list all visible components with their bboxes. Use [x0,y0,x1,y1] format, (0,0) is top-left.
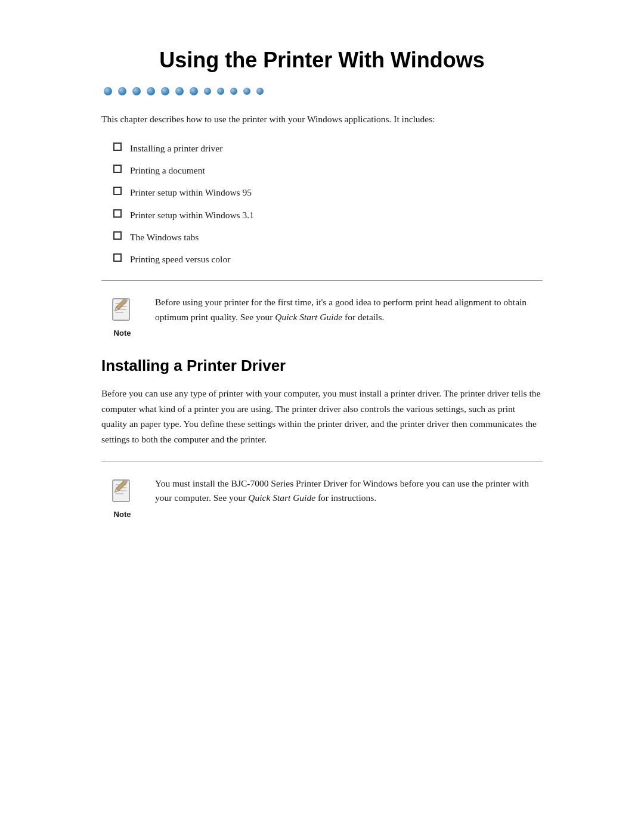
list-item: Printing a document [113,163,543,177]
checkbox-icon [113,253,122,262]
checklist-item-label: Printing speed versus color [130,252,230,266]
note-pencil-icon-1 [107,295,138,326]
note-icon-area-1: Note [101,295,143,337]
checkbox-icon [113,143,122,151]
checklist-item-label: Printer setup within Windows 3.1 [130,208,254,222]
checkbox-icon [113,187,122,195]
list-item: Printing speed versus color [113,252,543,266]
checklist-item-label: Printer setup within Windows 95 [130,185,252,199]
dot-4 [147,87,155,95]
checklist-item-label: The Windows tabs [130,230,199,244]
note-pencil-icon-2 [107,476,138,507]
dot-7 [190,87,198,95]
checkbox-icon [113,231,122,240]
note-text-2: You must install the BJC-7000 Series Pri… [155,476,543,506]
page-title: Using the Printer With Windows [101,48,543,73]
divider-rule-1 [101,280,543,281]
section-body-1: Before you can use any type of printer w… [101,386,543,447]
list-item: The Windows tabs [113,230,543,244]
dot-1 [104,87,112,95]
note-italic-1: Quick Start Guide [275,312,342,322]
section-heading-1: Installing a Printer Driver [101,357,543,375]
list-item: Installing a printer driver [113,141,543,155]
note-text-1: Before using your printer for the first … [155,295,543,325]
divider-rule-2 [101,462,543,462]
checkbox-icon [113,209,122,218]
note-label-2: Note [114,510,131,519]
list-item: Printer setup within Windows 3.1 [113,208,543,222]
note-icon-area-2: Note [101,476,143,519]
checkbox-icon [113,165,122,173]
note-text-after-2: for instructions. [315,493,376,503]
dot-11 [243,88,250,95]
dot-5 [161,87,169,95]
dot-3 [132,87,141,95]
intro-paragraph: This chapter describes how to use the pr… [101,112,543,127]
list-item: Printer setup within Windows 95 [113,185,543,199]
checklist-item-label: Installing a printer driver [130,141,222,155]
note-italic-2: Quick Start Guide [248,493,315,503]
note-label-1: Note [114,329,131,337]
page-container: Using the Printer With Windows This chap… [66,0,578,586]
dot-6 [175,87,184,95]
note-box-2: Note You must install the BJC-7000 Serie… [101,476,543,519]
dot-divider [101,87,543,95]
dot-2 [118,87,126,95]
note-box-1: Note Before using your printer for the f… [101,295,543,337]
checklist: Installing a printer driver Printing a d… [101,141,543,267]
checklist-item-label: Printing a document [130,163,205,177]
dot-10 [230,88,237,95]
dot-9 [217,88,224,95]
dot-12 [256,88,264,95]
note-text-after-1: for details. [342,312,384,322]
dot-8 [204,88,211,95]
